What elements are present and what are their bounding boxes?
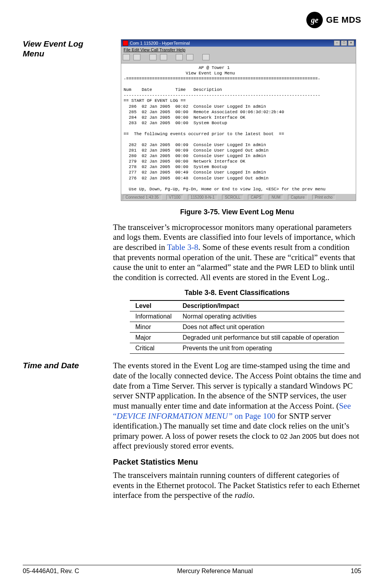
xref-link[interactable]: DEVICE INFORMATION MENU” [116, 411, 233, 421]
toolbar-btn-icon [123, 54, 130, 60]
maximize-icon: □ [341, 40, 347, 46]
window-menubar: File Edit View Call Transfer Help [121, 47, 356, 53]
table-cell: Normal operating activities [177, 311, 344, 322]
section-heading: Packet Statistics Menu [113, 458, 361, 467]
brand-logo: ge GE MDS [306, 12, 361, 28]
body-paragraph-2: The events stored in the Event Log are t… [113, 361, 361, 451]
xref-link[interactable]: on Page 100 [233, 411, 275, 421]
toolbar-btn-icon [133, 54, 140, 60]
toolbar-btn-icon [160, 54, 167, 60]
table-cell: Degraded unit performance but still capa… [177, 333, 344, 343]
app-icon [123, 40, 128, 46]
margin-heading-time-date: Time and Date [23, 361, 101, 371]
ge-monogram-icon: ge [306, 12, 323, 28]
margin-heading-event-log: View Event Log Menu [23, 39, 101, 59]
toolbar-btn-icon [149, 54, 157, 60]
page-footer: 05-4446A01, Rev. C Mercury Reference Man… [23, 565, 361, 575]
toolbar-btn-icon [176, 54, 183, 60]
footer-center: Mercury Reference Manual [177, 568, 253, 575]
footer-left: 05-4446A01, Rev. C [23, 568, 79, 575]
footer-right: 105 [351, 568, 361, 575]
table-link[interactable]: Table 3-8 [167, 242, 198, 252]
table-cell: Major [130, 333, 177, 343]
toolbar-btn-icon [202, 54, 209, 60]
brand-text: GE MDS [326, 15, 361, 25]
table-cell: Informational [130, 311, 177, 322]
window-title: Com 1 115200 - HyperTerminal [130, 41, 190, 45]
window-toolbar [121, 53, 356, 63]
figure-caption: Figure 3-75. View Event Log Menu [113, 208, 361, 216]
table-cell: Minor [130, 322, 177, 333]
table-header: Description/Impact [177, 300, 344, 311]
hyperterminal-screenshot: Com 1 115200 - HyperTerminal − □ × File … [121, 39, 356, 201]
minimize-icon: − [334, 40, 340, 46]
close-icon: × [348, 40, 354, 46]
window-statusbar: Connected 1:43:35 VT100 115200 8-N-1 SCR… [121, 194, 356, 201]
table-caption: Table 3-8. Event Classifications [113, 289, 361, 297]
table-cell: Does not affect unit operation [177, 322, 344, 333]
table-cell: Prevents the unit from operating [177, 343, 344, 354]
event-classifications-table: Level Description/Impact InformationalNo… [130, 300, 344, 354]
toolbar-btn-icon [186, 54, 193, 60]
table-cell: Critical [130, 343, 177, 354]
table-header: Level [130, 300, 177, 311]
terminal-output: AP @ Tower 1 View Event Log Menu -======… [121, 63, 356, 194]
body-paragraph-3: The transceivers maintain running counte… [113, 470, 361, 501]
body-paragraph-1: The transceiver’s microprocessor monitor… [113, 223, 361, 283]
